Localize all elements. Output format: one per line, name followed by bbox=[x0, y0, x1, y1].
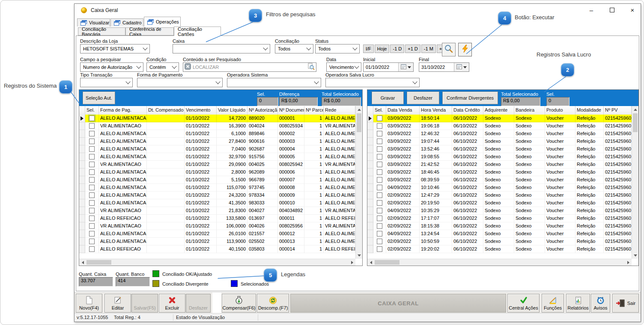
row-checkbox[interactable] bbox=[377, 154, 382, 160]
column-header-selector[interactable] bbox=[79, 106, 85, 115]
start-date-input[interactable]: 01/10/2022 bbox=[363, 62, 414, 72]
column-header-modalidade[interactable]: Modalidade bbox=[575, 106, 604, 115]
table-row[interactable]: ALELO REFEICAO01/10/202240,1500035803000… bbox=[79, 245, 355, 253]
table-row[interactable]: ALELO ALIMENTACAO01/10/20226,10008898460… bbox=[79, 130, 355, 138]
relatorios-button[interactable]: Relatórios bbox=[566, 294, 590, 313]
funcoes-button[interactable]: Funções bbox=[542, 294, 564, 313]
table-row[interactable]: ALELO ALIMENTACAO01/10/2022113,900002550… bbox=[79, 238, 355, 245]
search-input[interactable]: LOCALIZAR bbox=[183, 62, 316, 72]
table-row[interactable]: 02/09/202217:17:0706/10/2022SodexoSodexo… bbox=[367, 215, 632, 222]
calendar-button[interactable] bbox=[454, 63, 469, 71]
column-header-sel[interactable]: Sel. bbox=[85, 106, 99, 115]
table-row[interactable]: VR ALIMENTACAO01/10/202221,8300004027004… bbox=[79, 207, 355, 215]
table-row[interactable]: 02/09/202212:47:2906/10/2022SodexoSodexo… bbox=[367, 192, 632, 199]
compensar-f6-button[interactable]: Compensar(F6) bbox=[222, 294, 256, 313]
row-checkbox[interactable] bbox=[377, 146, 382, 152]
row-checkbox[interactable] bbox=[377, 216, 382, 221]
salva-lucro-operator-select[interactable] bbox=[325, 78, 420, 87]
table-row[interactable]: 03/09/202219:06:1806/10/2022SodexoSodexo… bbox=[367, 122, 632, 130]
subtab-conferencia-de-caixa[interactable]: Conferência de Caixa bbox=[125, 27, 174, 35]
tab-cadastro[interactable]: Cadastro bbox=[110, 18, 143, 27]
table-row[interactable]: ALELO ALIMENTACAO01/10/202214,7200889020… bbox=[79, 115, 355, 122]
row-checkbox[interactable] bbox=[377, 246, 382, 252]
table-row[interactable]: 03/09/202219:07:4406/10/2022SodexoSodexo… bbox=[367, 138, 632, 145]
table-row[interactable]: 02/09/202218:15:3806/10/2022SodexoSodexo… bbox=[367, 222, 632, 230]
payment-method-select[interactable] bbox=[137, 78, 223, 87]
table-row[interactable]: 03/09/202213:52:4606/10/2022SodexoSodexo… bbox=[367, 145, 632, 153]
excluir-button[interactable]: Excluir bbox=[159, 294, 185, 313]
row-checkbox[interactable] bbox=[89, 162, 95, 167]
row-checkbox[interactable] bbox=[377, 239, 382, 244]
table-row[interactable]: ALELO ALIMENTACAO01/10/20225,15009667890… bbox=[79, 176, 355, 184]
column-header-sel[interactable]: Sel. bbox=[373, 106, 386, 115]
minimize-button[interactable]: – bbox=[582, 4, 601, 17]
table-row[interactable]: 03/09/202218:50:1406/10/2022SodexoSodexo… bbox=[367, 115, 632, 122]
row-checkbox[interactable] bbox=[377, 223, 382, 229]
row-checkbox[interactable] bbox=[377, 177, 382, 183]
tab-operacoes[interactable]: Operações bbox=[144, 17, 181, 27]
quick-button-1-d[interactable]: -1 D bbox=[390, 44, 404, 53]
auto-select-button[interactable]: Seleção Aut. bbox=[83, 92, 115, 104]
system-operator-select[interactable] bbox=[227, 78, 321, 87]
row-checkbox[interactable] bbox=[377, 231, 382, 236]
row-checkbox[interactable] bbox=[89, 169, 95, 175]
column-header-produto[interactable]: Produto bbox=[545, 106, 575, 115]
row-checkbox[interactable] bbox=[89, 131, 95, 136]
column-header-n-autorizacao[interactable]: Nº Autorização bbox=[247, 106, 278, 115]
column-header-data-venda[interactable]: Data Venda bbox=[386, 106, 420, 115]
row-checkbox[interactable] bbox=[89, 216, 95, 221]
row-checkbox[interactable] bbox=[89, 223, 95, 229]
close-button[interactable]: × bbox=[623, 4, 642, 17]
row-checkbox[interactable] bbox=[377, 115, 382, 121]
table-row[interactable]: VR ALIMENTACAO01/10/2022106,000000402600… bbox=[79, 222, 355, 230]
condition-filter-select[interactable]: Contém bbox=[146, 62, 179, 72]
row-checkbox[interactable] bbox=[89, 246, 95, 252]
row-checkbox[interactable] bbox=[89, 177, 95, 183]
sair-button[interactable]: Sair bbox=[612, 294, 639, 313]
table-row[interactable]: VR ALIMENTACAO01/10/202216,3900004024008… bbox=[79, 122, 355, 130]
table-row[interactable]: ALELO ALIMENTACAO01/10/202227,8400900616… bbox=[79, 138, 355, 145]
table-row[interactable]: VR ALIMENTACAO01/10/202229,0900004025008… bbox=[79, 161, 355, 168]
novo-f4-button[interactable]: Novo(F4) bbox=[76, 294, 102, 313]
column-header-rede[interactable]: Rede bbox=[324, 106, 355, 115]
row-checkbox[interactable] bbox=[377, 123, 382, 129]
row-checkbox[interactable] bbox=[377, 185, 382, 190]
end-date-input[interactable]: 31/10/2022 bbox=[419, 62, 469, 72]
table-row[interactable]: ALELO ALIMENTACAO01/10/202224,3200978334… bbox=[79, 192, 355, 199]
find-icon[interactable] bbox=[307, 63, 315, 72]
column-header-adquirente[interactable]: Adquirente bbox=[483, 106, 514, 115]
register-filter-select[interactable] bbox=[173, 44, 270, 53]
column-header-valor-liquido[interactable]: Valor Líquido bbox=[217, 106, 247, 115]
row-checkbox[interactable] bbox=[89, 139, 95, 144]
quick-button-hoje[interactable]: Hoje bbox=[375, 44, 390, 53]
quick-button-1-m[interactable]: -1 M bbox=[421, 44, 436, 53]
column-header-bandeira[interactable]: Bandeira bbox=[514, 106, 545, 115]
status-filter-select[interactable]: Todos bbox=[315, 44, 360, 53]
undo-button[interactable]: Desfazer bbox=[407, 92, 439, 104]
editar-button[interactable]: Editar bbox=[104, 294, 131, 313]
subtab-conciliacao-bancaria[interactable]: Conciliação Bancária bbox=[78, 27, 125, 35]
system-grid-hscrollbar[interactable] bbox=[79, 259, 355, 266]
reconciliation-filter-select[interactable]: Todos bbox=[275, 44, 313, 53]
table-row[interactable]: 04/09/202210:10:4606/10/2022SodexoSodexo… bbox=[367, 184, 632, 192]
maximize-button[interactable] bbox=[602, 4, 621, 17]
salva-lucro-vscrollbar[interactable] bbox=[632, 106, 638, 259]
row-checkbox[interactable] bbox=[377, 169, 382, 175]
system-grid-vscrollbar[interactable] bbox=[355, 106, 362, 259]
row-checkbox[interactable] bbox=[377, 200, 382, 206]
row-checkbox[interactable] bbox=[377, 192, 382, 198]
descomp-f7-button[interactable]: Descomp.(F7) bbox=[257, 294, 289, 313]
column-header-forma-de-pag[interactable]: Forma de Pag. bbox=[99, 106, 147, 115]
table-row[interactable]: 03/09/202218:46:4506/10/2022SodexoSodexo… bbox=[367, 168, 632, 176]
column-header-n-parcela[interactable]: Nº Parcela bbox=[304, 106, 324, 115]
store-filter-select[interactable]: HETOSOFT SISTEMAS bbox=[80, 44, 150, 53]
column-header-n-documen[interactable]: Nº Documen bbox=[278, 106, 304, 115]
column-header-vencimento[interactable]: Vencimento bbox=[185, 106, 217, 115]
table-row[interactable]: ALELO ALIMENTACAO01/10/202232,9700915756… bbox=[79, 153, 355, 161]
subtab-conciliacao-cartoes[interactable]: Conciliação Cartões bbox=[174, 27, 221, 36]
salva-lucro-hscrollbar[interactable] bbox=[367, 259, 632, 266]
row-checkbox[interactable] bbox=[377, 162, 382, 167]
execute-button[interactable] bbox=[458, 43, 472, 56]
row-checkbox[interactable] bbox=[89, 192, 95, 198]
avisos-button[interactable]: Avisos bbox=[591, 294, 610, 313]
